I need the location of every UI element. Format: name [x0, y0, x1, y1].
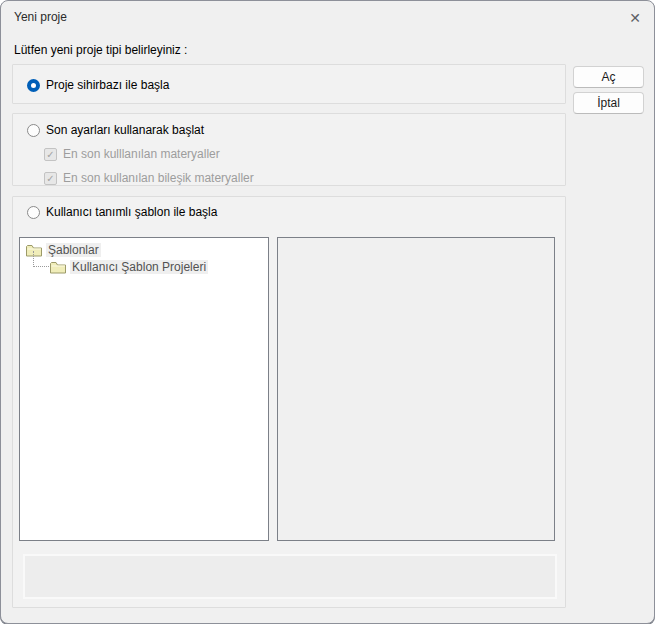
radio-unselected-icon: [27, 206, 40, 219]
template-preview-panel: [277, 237, 555, 541]
instruction-label: Lütfen yeni proje tipi belirleyiniz :: [14, 43, 187, 57]
checkbox-checked-icon: ✓: [44, 172, 57, 185]
tree-connector: [33, 251, 49, 267]
radio-last-settings[interactable]: Son ayarları kullanarak başlat: [27, 123, 204, 137]
new-project-dialog: Yeni proje ✕ Lütfen yeni proje tipi beli…: [0, 0, 655, 624]
titlebar: Yeni proje ✕: [1, 1, 654, 33]
checkbox-recent-materials-label: En son kulllanılan materyaller: [63, 147, 220, 161]
template-tree-panel: Şablonlar Kullanıcı Şablon Projeleri: [19, 237, 269, 541]
group-last-settings: Son ayarları kullanarak başlat ✓ En son …: [12, 113, 566, 186]
cancel-button[interactable]: İptal: [573, 92, 644, 114]
open-button[interactable]: Aç: [573, 66, 644, 88]
checkbox-checked-icon: ✓: [44, 148, 57, 161]
group-wizard: Proje sihirbazı ile başla: [12, 64, 566, 104]
tree-item-user-template-projects-label: Kullanıcı Şablon Projeleri: [70, 260, 208, 274]
radio-wizard[interactable]: Proje sihirbazı ile başla: [27, 78, 169, 92]
radio-user-template-label: Kullanıcı tanımlı şablon ile başla: [46, 205, 217, 219]
checkbox-recent-composite-materials-label: En son kullanılan bileşik materyaller: [63, 171, 254, 185]
checkbox-recent-composite-materials[interactable]: ✓ En son kullanılan bileşik materyaller: [44, 171, 254, 185]
tree-item-user-template-projects[interactable]: Kullanıcı Şablon Projeleri: [50, 259, 208, 275]
close-icon[interactable]: ✕: [625, 8, 645, 28]
tree-item-templates-label: Şablonlar: [46, 243, 101, 257]
radio-last-settings-label: Son ayarları kullanarak başlat: [46, 123, 204, 137]
radio-user-template[interactable]: Kullanıcı tanımlı şablon ile başla: [27, 205, 217, 219]
group-user-template: Kullanıcı tanımlı şablon ile başla Şablo…: [12, 196, 566, 608]
radio-selected-icon: [27, 79, 40, 92]
template-description-well: [23, 554, 557, 599]
window-title: Yeni proje: [14, 10, 67, 24]
radio-unselected-icon: [27, 124, 40, 137]
folder-icon: [50, 261, 66, 274]
radio-wizard-label: Proje sihirbazı ile başla: [46, 78, 169, 92]
checkbox-recent-materials[interactable]: ✓ En son kulllanılan materyaller: [44, 147, 220, 161]
